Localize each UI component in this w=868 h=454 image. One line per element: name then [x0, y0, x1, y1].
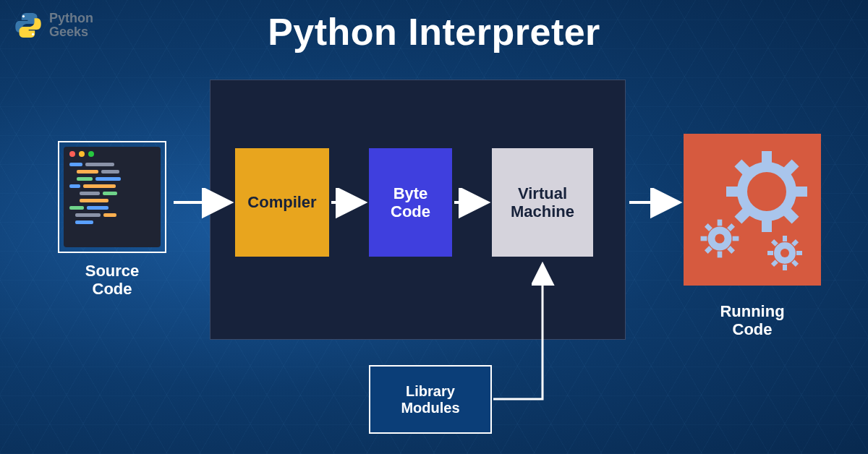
arrow-library-to-vm	[493, 266, 542, 399]
flow-arrows	[0, 0, 868, 454]
